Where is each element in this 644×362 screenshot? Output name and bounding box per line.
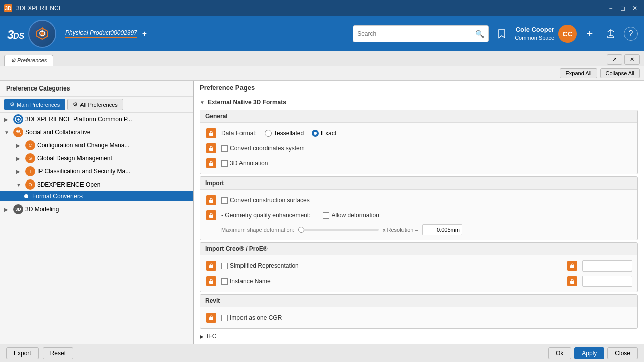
import-header: Import (200, 177, 637, 190)
annotation-row: 3D Annotation (205, 156, 632, 171)
pref-icon-2 (205, 142, 217, 154)
convert-coords-row: Convert coordinates system (205, 141, 632, 156)
tree-item-format-converters[interactable]: Format Converters (0, 191, 193, 201)
gear-icon-tab: ⚙ (10, 101, 15, 108)
tessellated-radio[interactable] (265, 130, 272, 137)
import-box: Import Convert construction surf (200, 176, 638, 240)
chevron-right-icon-2: ▶ (16, 143, 23, 148)
exact-label: Exact (321, 130, 336, 137)
sidebar: Preference Categories ⚙ Main Preferences… (0, 81, 194, 344)
import-cgr-row: Import as one CGR (205, 310, 632, 325)
allow-deformation-checkbox[interactable] (323, 212, 329, 219)
svg-rect-17 (570, 265, 574, 268)
close-pref-button[interactable]: ✕ (624, 54, 640, 65)
allow-deformation-label: Allow deformation (331, 212, 379, 219)
annotation-checkbox[interactable] (221, 160, 228, 167)
tessellated-option[interactable]: Tessellated (265, 130, 304, 137)
convert-construction-item[interactable]: Convert construction surfaces (221, 197, 310, 204)
simplified-rep-input[interactable] (582, 260, 632, 272)
expand-collapse-bar: Expand All Collapse All (0, 66, 644, 81)
exact-option[interactable]: Exact (312, 130, 336, 137)
collapse-all-button[interactable]: Collapse All (600, 68, 640, 78)
action-left: Export Reset (6, 347, 73, 359)
convert-coords-checkbox[interactable] (221, 145, 228, 152)
simplified-rep-checkbox[interactable] (221, 263, 228, 269)
add-tab-button[interactable]: + (142, 29, 147, 38)
pref-icon-5 (205, 209, 217, 221)
bookmark-icon[interactable] (494, 26, 510, 42)
instance-name-checkbox[interactable] (221, 278, 228, 285)
preference-pages-header: Preference Pages (194, 81, 644, 95)
revit-header: Revit (200, 295, 637, 307)
instance-name-item[interactable]: Instance Name (221, 278, 271, 285)
export-button[interactable]: Export (6, 347, 39, 359)
tree-icon-3dexp: O (25, 179, 35, 190)
tab-all-preferences[interactable]: ⚙ All Preferences (67, 99, 123, 110)
tree-icon-3d: 3D (13, 204, 23, 214)
ifc-label: IFC (207, 333, 216, 340)
search-input[interactable] (357, 30, 475, 37)
ok-button[interactable]: Ok (548, 347, 571, 359)
expand-all-button[interactable]: Expand All (560, 68, 597, 78)
preferences-tab[interactable]: ⚙ Preferences (4, 55, 53, 66)
tab-main-preferences[interactable]: ⚙ Main Preferences (4, 99, 65, 110)
creo-content: Simplified Representation (200, 255, 637, 292)
active-tab[interactable]: Physical Product00002397 (65, 29, 137, 38)
pref-icon-8 (205, 312, 217, 324)
tree-label-3d: 3D Modeling (25, 206, 189, 213)
app-icon-small: 3D (4, 4, 12, 12)
ifc-row[interactable]: ▶ IFC (194, 331, 644, 342)
svg-rect-18 (209, 281, 213, 284)
tree-item-3dexp-open[interactable]: ▼ O 3DEXPERIENCE Open (0, 178, 193, 191)
import-cgr-label: Import as one CGR (230, 314, 282, 321)
tree-item-3d-modeling[interactable]: ▶ 3D 3D Modeling (0, 201, 193, 216)
creo-header: Import Creo® / ProE® (200, 243, 637, 255)
gear-icon-all: ⚙ (73, 101, 78, 108)
action-bar: Export Reset Ok Apply Close (0, 344, 644, 362)
close-window-button[interactable]: ✕ (630, 3, 640, 13)
app-main-icon[interactable] (28, 20, 56, 48)
deformation-slider-track[interactable] (298, 229, 379, 231)
resolution-input[interactable] (422, 224, 462, 235)
apply-button[interactable]: Apply (574, 347, 604, 359)
convert-coords-checkbox-item[interactable]: Convert coordinates system (221, 145, 305, 152)
pref-icon-6b (566, 260, 578, 272)
tree-icon-config: C (25, 140, 35, 150)
minimize-button[interactable]: − (606, 3, 616, 13)
expand-window-button[interactable]: ↗ (607, 54, 622, 65)
allow-deformation-item[interactable]: Allow deformation (323, 212, 379, 219)
tree-item-social[interactable]: ▼ Social and Collaborative (0, 126, 193, 139)
close-button[interactable]: Close (607, 347, 638, 359)
restore-button[interactable]: ◻ (618, 3, 628, 13)
avatar[interactable]: CC (558, 25, 577, 43)
share-icon[interactable] (603, 26, 619, 42)
user-space: Common Space (515, 34, 554, 42)
instance-name-input[interactable] (582, 276, 632, 287)
reset-button[interactable]: Reset (43, 347, 73, 359)
user-info: Cole Cooper Common Space (515, 25, 554, 42)
geometry-quality-label: - Geometry quality enhancement: (221, 212, 310, 219)
import-cgr-item[interactable]: Import as one CGR (221, 314, 282, 321)
exact-radio[interactable] (312, 130, 319, 137)
instance-name-row: Instance Name (205, 274, 632, 289)
lock-icon-6b (567, 261, 577, 271)
add-button[interactable]: + (582, 26, 598, 42)
deformation-slider-thumb[interactable] (298, 227, 304, 233)
pref-icon-1 (205, 127, 217, 139)
help-icon[interactable]: ? (624, 27, 638, 41)
general-header: General (200, 110, 637, 123)
section-external-header[interactable]: ▼ External Native 3D Formats (194, 97, 644, 108)
annotation-checkbox-item[interactable]: 3D Annotation (221, 160, 268, 167)
tree-label-config: Configuration and Change Mana... (37, 142, 189, 149)
lock-icon-3 (206, 158, 216, 168)
tree-item-config[interactable]: ▶ C Configuration and Change Mana... (0, 139, 193, 152)
convert-construction-checkbox[interactable] (221, 197, 228, 204)
svg-point-10 (18, 130, 20, 132)
tree-item-ip[interactable]: ▶ I IP Classification and Security Ma... (0, 165, 193, 178)
tree-item-platform[interactable]: ▶ 3DEXPERIENCE Platform Common P... (0, 113, 193, 126)
search-bar[interactable]: 🔍 (353, 25, 489, 42)
pref-icon-6 (205, 260, 217, 272)
tree-item-global[interactable]: ▶ G Global Design Management (0, 152, 193, 165)
import-cgr-checkbox[interactable] (221, 315, 228, 321)
simplified-rep-item[interactable]: Simplified Representation (221, 262, 299, 269)
